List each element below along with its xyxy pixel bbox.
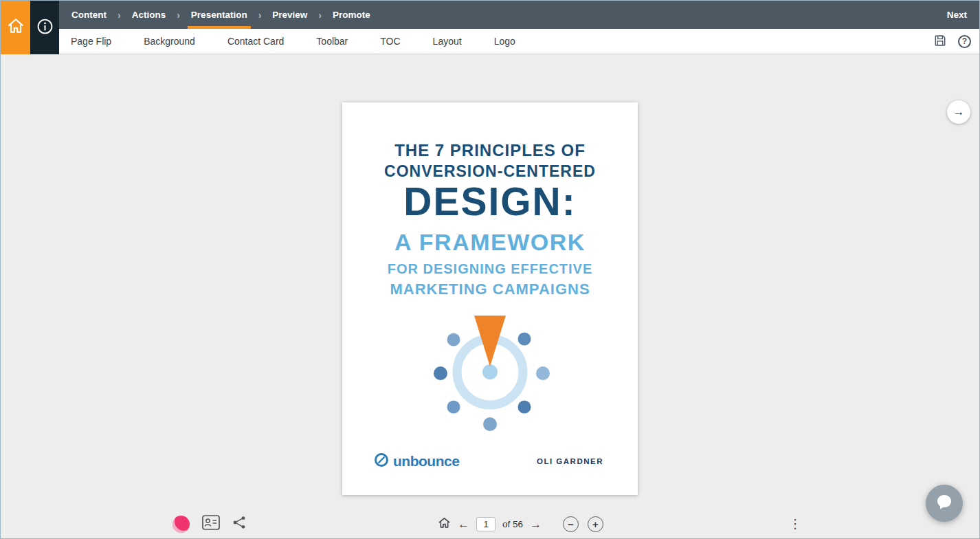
breadcrumb-item-preview[interactable]: Preview — [272, 1, 307, 29]
tab-background[interactable]: Background — [144, 36, 195, 47]
record-button[interactable] — [172, 516, 190, 533]
info-button[interactable] — [30, 1, 59, 54]
funnel-target-illustration — [342, 316, 638, 437]
breadcrumb-separator: › — [258, 1, 262, 29]
breadcrumb: Content › Actions › Presentation › Previ… — [59, 1, 979, 29]
viewer-left-controls — [172, 515, 246, 533]
minus-icon: − — [568, 518, 574, 530]
unbounce-logo: unbounce — [374, 452, 459, 470]
help-button[interactable]: ? — [958, 35, 971, 48]
breadcrumb-separator: › — [318, 1, 322, 29]
tab-page-flip[interactable]: Page Flip — [71, 36, 111, 47]
document-cover: THE 7 PRINCIPLES OF CONVERSION-CENTERED … — [342, 102, 638, 495]
tab-logo[interactable]: Logo — [494, 36, 515, 47]
zoom-out-button[interactable]: − — [563, 516, 579, 532]
breadcrumb-item-promote[interactable]: Promote — [333, 1, 370, 29]
arrow-right-icon: → — [953, 105, 965, 119]
tab-contact-card[interactable]: Contact Card — [227, 36, 284, 47]
zoom-in-button[interactable]: + — [588, 516, 603, 532]
tab-bar-actions: ? — [933, 34, 979, 50]
zoom-controls: − + — [563, 516, 603, 532]
previous-page-arrow[interactable]: ← — [458, 518, 469, 530]
breadcrumb-separator: › — [118, 1, 121, 29]
tab-toolbar[interactable]: Toolbar — [316, 36, 348, 47]
save-icon — [933, 34, 947, 50]
contact-card-icon — [202, 515, 220, 533]
cover-subtitle-line3: MARKETING CAMPAIGNS — [342, 280, 638, 298]
page-navigation: ← of 56 → — [438, 516, 542, 532]
breadcrumb-separator: › — [177, 1, 180, 29]
breadcrumb-item-content[interactable]: Content — [71, 1, 107, 29]
share-button[interactable] — [232, 516, 246, 532]
more-options-button[interactable]: ⋮ — [789, 516, 801, 531]
page-number-input[interactable] — [476, 517, 495, 531]
cover-title-line3: DESIGN: — [342, 182, 638, 221]
info-icon — [36, 18, 54, 38]
home-nav-icon — [438, 516, 451, 532]
chat-bubble-icon — [935, 492, 954, 514]
app-window: Content › Actions › Presentation › Previ… — [0, 0, 980, 539]
home-button[interactable] — [1, 1, 30, 54]
breadcrumb-item-presentation[interactable]: Presentation — [191, 1, 247, 29]
tab-layout[interactable]: Layout — [433, 36, 462, 47]
top-navigation: Content › Actions › Presentation › Previ… — [1, 1, 979, 54]
first-page-button[interactable] — [438, 516, 451, 532]
help-icon: ? — [962, 36, 967, 46]
next-button[interactable]: Next — [947, 1, 979, 29]
cover-subtitle-line2: FOR DESIGNING EFFECTIVE — [342, 261, 638, 277]
document-page: THE 7 PRINCIPLES OF CONVERSION-CENTERED … — [342, 102, 638, 495]
corner-buttons — [1, 1, 59, 54]
preview-area: THE 7 PRINCIPLES OF CONVERSION-CENTERED … — [1, 54, 979, 538]
share-icon — [232, 516, 246, 532]
next-page-button[interactable]: → — [947, 100, 970, 124]
cover-subtitle-line1: A FRAMEWORK — [342, 230, 638, 254]
presentation-tab-bar: Page Flip Background Contact Card Toolba… — [59, 29, 979, 54]
page-total-label: of 56 — [502, 519, 523, 529]
chat-launcher-button[interactable] — [926, 485, 963, 522]
save-button[interactable] — [933, 34, 947, 50]
unbounce-logo-icon — [374, 452, 389, 470]
cover-title-line2: CONVERSION-CENTERED — [342, 162, 638, 181]
breadcrumb-item-actions[interactable]: Actions — [132, 1, 166, 29]
plus-icon: + — [592, 518, 599, 530]
author-label: OLI GARDNER — [537, 457, 603, 465]
cover-footer: unbounce OLI GARDNER — [374, 452, 603, 470]
contact-card-button[interactable] — [202, 515, 220, 533]
brand-name: unbounce — [393, 453, 459, 470]
next-page-arrow[interactable]: → — [530, 518, 542, 530]
home-icon — [7, 17, 25, 38]
nav-bars: Content › Actions › Presentation › Previ… — [59, 1, 979, 54]
tab-toc[interactable]: TOC — [380, 36, 400, 47]
cover-title-line1: THE 7 PRINCIPLES OF — [342, 102, 638, 160]
